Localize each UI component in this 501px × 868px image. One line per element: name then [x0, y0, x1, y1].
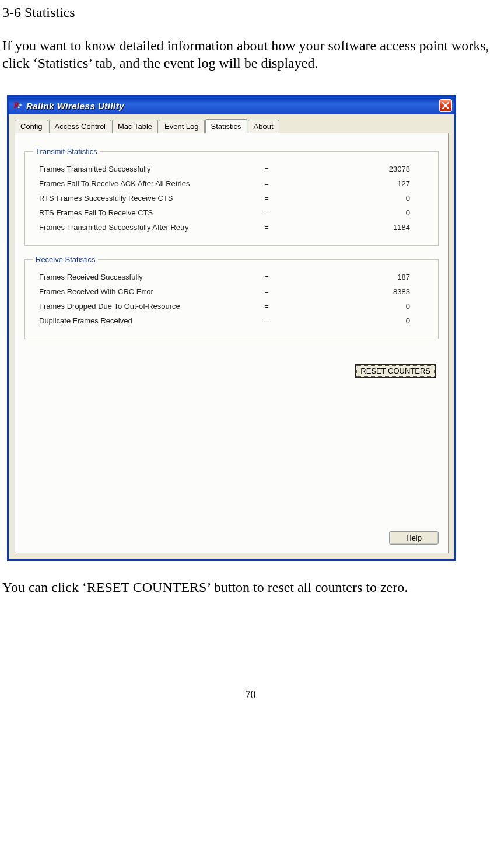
close-button[interactable]: [439, 99, 452, 112]
stat-label: Frames Transmitted Successfully: [33, 165, 255, 173]
stat-label: Frames Dropped Due To Out-of-Resource: [33, 302, 255, 311]
equals-sign: =: [255, 208, 278, 217]
tab-panel-statistics: Transmit Statistics Frames Transmitted S…: [15, 133, 449, 553]
transmit-group: Transmit Statistics Frames Transmitted S…: [24, 147, 439, 246]
section-heading: 3-6 Statistics: [2, 5, 499, 20]
tab-strip: Config Access Control Mac Table Event Lo…: [15, 119, 449, 134]
stat-row: Frames Fail To Receive ACK After All Ret…: [33, 176, 430, 191]
title-bar[interactable]: RP Ralink Wireless Utility: [9, 97, 454, 114]
tab-statistics[interactable]: Statistics: [205, 119, 247, 133]
tab-access-control[interactable]: Access Control: [49, 120, 111, 134]
tab-event-log[interactable]: Event Log: [159, 120, 205, 134]
app-icon: RP: [12, 100, 23, 111]
equals-sign: =: [255, 223, 278, 232]
stat-label: Frames Fail To Receive ACK After All Ret…: [33, 179, 255, 188]
stat-label: Frames Transmitted Successfully After Re…: [33, 223, 255, 232]
page-number: 70: [2, 689, 499, 701]
stat-label: Duplicate Frames Received: [33, 316, 255, 325]
stat-value: 0: [278, 316, 430, 325]
stat-value: 187: [278, 273, 430, 281]
stat-row: RTS Frames Fail To Receive CTS = 0: [33, 205, 430, 220]
window-title: Ralink Wireless Utility: [26, 101, 439, 111]
stat-row: Frames Dropped Due To Out-of-Resource = …: [33, 299, 430, 313]
help-button[interactable]: Help: [389, 531, 439, 545]
stat-row: Frames Transmitted Successfully After Re…: [33, 220, 430, 235]
tab-mac-table[interactable]: Mac Table: [112, 120, 158, 134]
equals-sign: =: [255, 287, 278, 296]
equals-sign: =: [255, 316, 278, 325]
stat-row: Frames Received Successfully = 187: [33, 270, 430, 284]
stat-label: Frames Received With CRC Error: [33, 287, 255, 296]
stat-label: RTS Frames Successfully Receive CTS: [33, 194, 255, 203]
stat-value: 0: [278, 302, 430, 311]
tab-config[interactable]: Config: [15, 120, 48, 134]
bottom-button-bar: Help: [389, 531, 439, 545]
equals-sign: =: [255, 165, 278, 173]
stat-value: 0: [278, 194, 430, 203]
footer-paragraph: You can click ‘RESET COUNTERS’ button to…: [2, 580, 499, 595]
equals-sign: =: [255, 302, 278, 311]
stat-value: 1184: [278, 223, 430, 232]
equals-sign: =: [255, 273, 278, 281]
close-icon: [442, 102, 449, 109]
stat-value: 127: [278, 179, 430, 188]
stat-value: 0: [278, 208, 430, 217]
equals-sign: =: [255, 194, 278, 203]
tab-about[interactable]: About: [248, 120, 279, 134]
stat-row: RTS Frames Successfully Receive CTS = 0: [33, 191, 430, 205]
transmit-legend: Transmit Statistics: [33, 147, 100, 156]
stat-value: 23078: [278, 165, 430, 173]
stat-label: Frames Received Successfully: [33, 273, 255, 281]
receive-legend: Receive Statistics: [33, 255, 98, 264]
app-window: RP Ralink Wireless Utility Config Access…: [7, 95, 456, 561]
receive-group: Receive Statistics Frames Received Succe…: [24, 255, 439, 339]
reset-row: RESET COUNTERS: [24, 348, 439, 378]
stat-row: Duplicate Frames Received = 0: [33, 313, 430, 328]
client-area: Config Access Control Mac Table Event Lo…: [9, 114, 454, 559]
stat-row: Frames Transmitted Successfully = 23078: [33, 162, 430, 176]
reset-counters-button[interactable]: RESET COUNTERS: [355, 364, 436, 378]
stat-label: RTS Frames Fail To Receive CTS: [33, 208, 255, 217]
stat-value: 8383: [278, 287, 430, 296]
stat-row: Frames Received With CRC Error = 8383: [33, 284, 430, 299]
intro-paragraph: If you want to know detailed information…: [2, 37, 499, 72]
equals-sign: =: [255, 179, 278, 188]
